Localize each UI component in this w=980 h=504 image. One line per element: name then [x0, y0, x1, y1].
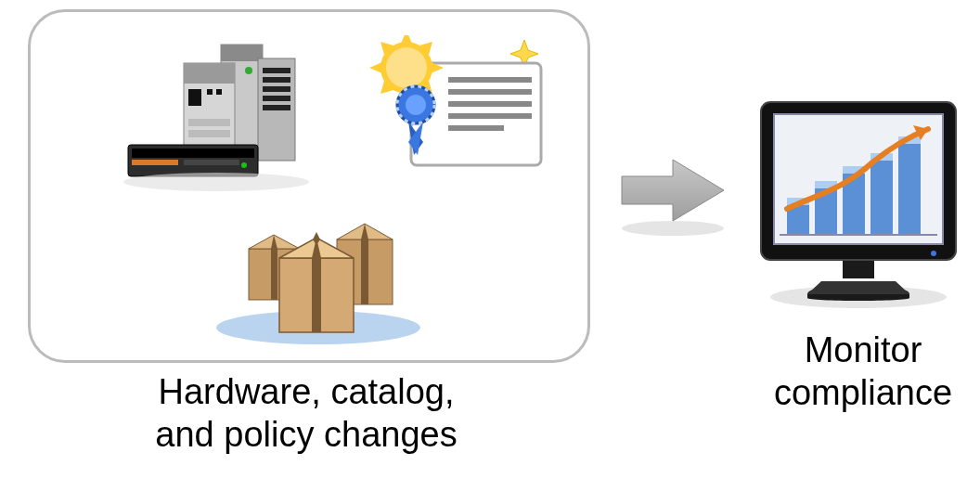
svg-point-80: [931, 251, 936, 256]
right-arrow-icon: [612, 149, 733, 245]
changes-panel-inner: [31, 12, 587, 360]
svg-point-3: [245, 67, 252, 74]
monitor-label: Monitor compliance: [742, 330, 980, 414]
svg-rect-72: [898, 136, 921, 235]
svg-point-45: [406, 95, 426, 115]
changes-panel: [28, 9, 590, 363]
monitor-label-line1: Monitor: [805, 330, 922, 369]
server-hardware-icon: [119, 35, 323, 197]
svg-rect-53: [361, 239, 368, 304]
svg-rect-15: [188, 119, 230, 126]
svg-marker-34: [369, 62, 382, 73]
svg-rect-49: [271, 249, 277, 300]
svg-rect-19: [132, 160, 178, 165]
svg-rect-14: [216, 89, 222, 95]
monitor-label-line2: compliance: [774, 373, 952, 412]
changes-label-line1: Hardware, catalog,: [159, 372, 455, 411]
svg-marker-64: [807, 281, 909, 294]
svg-rect-1: [221, 45, 263, 61]
certificate-badge-icon: [355, 35, 560, 197]
svg-rect-11: [184, 63, 235, 84]
svg-rect-8: [263, 96, 290, 101]
svg-rect-13: [207, 89, 213, 95]
svg-rect-9: [263, 105, 290, 110]
svg-rect-7: [263, 86, 290, 92]
svg-rect-27: [448, 89, 532, 95]
svg-rect-12: [188, 89, 201, 106]
svg-marker-61: [622, 160, 724, 221]
svg-rect-71: [870, 153, 893, 235]
svg-point-21: [241, 162, 247, 168]
changes-label: Hardware, catalog, and policy changes: [56, 371, 557, 456]
svg-rect-5: [263, 68, 290, 73]
svg-rect-26: [448, 77, 532, 83]
monitor-bar-chart-icon: [742, 88, 974, 324]
svg-rect-20: [184, 160, 239, 165]
svg-rect-18: [132, 149, 254, 158]
svg-rect-29: [448, 113, 532, 119]
svg-marker-32: [401, 35, 412, 44]
svg-rect-28: [448, 101, 532, 107]
svg-rect-57: [312, 258, 321, 332]
svg-rect-6: [263, 77, 290, 83]
shipping-boxes-icon: [207, 184, 430, 355]
svg-point-40: [386, 47, 427, 88]
svg-rect-30: [448, 125, 504, 131]
svg-point-60: [622, 221, 724, 236]
svg-rect-16: [188, 130, 230, 137]
changes-label-line2: and policy changes: [155, 415, 457, 454]
